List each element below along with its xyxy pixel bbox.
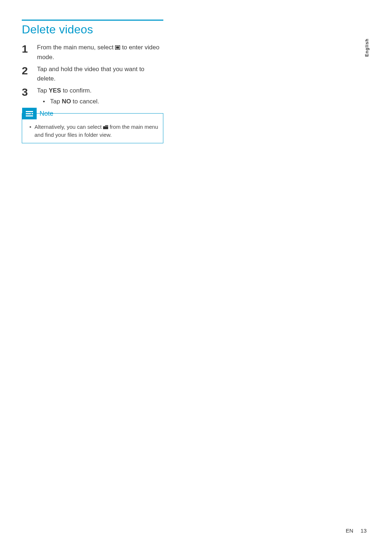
note-item: Alternatively, you can select from the m…	[29, 123, 159, 139]
footer-lang: EN	[346, 528, 353, 534]
section-title: Delete videos	[22, 23, 163, 36]
step3-sub-post: to cancel.	[71, 98, 99, 105]
steps-list: From the main menu, select to enter vide…	[22, 43, 163, 106]
folder-view-icon	[103, 123, 108, 131]
step3-sub-pre: Tap	[50, 98, 62, 105]
note-box: Note Alternatively, you can select from …	[22, 113, 163, 143]
note-body: Alternatively, you can select from the m…	[22, 123, 163, 143]
step-item-2: Tap and hold the video that you want to …	[22, 65, 163, 83]
step-item-1: From the main menu, select to enter vide…	[22, 43, 163, 62]
step2-text: Tap and hold the video that you want to …	[37, 66, 144, 82]
page-footer: EN13	[346, 528, 367, 534]
step3-no: NO	[62, 98, 71, 105]
step3-sublist: Tap NO to cancel.	[37, 97, 163, 106]
svg-rect-4	[32, 113, 33, 114]
svg-rect-3	[26, 113, 31, 114]
step3-yes: YES	[49, 87, 61, 94]
svg-rect-2	[26, 111, 33, 112]
main-content-column: Delete videos From the main menu, select…	[22, 20, 163, 143]
video-mode-icon	[115, 43, 120, 53]
step3-pre: Tap	[37, 87, 49, 94]
note-icon	[22, 108, 37, 119]
document-page: English Delete videos From the main menu…	[0, 0, 392, 554]
svg-rect-1	[116, 46, 119, 49]
svg-rect-5	[26, 115, 33, 116]
section-rule	[22, 20, 163, 21]
language-side-tab: English	[364, 36, 370, 59]
step3-post: to confirm.	[61, 87, 91, 94]
step1-pre: From the main menu, select	[37, 44, 115, 51]
footer-page-number: 13	[360, 528, 367, 534]
note-label: Note	[40, 110, 53, 118]
step3-sub-item: Tap NO to cancel.	[37, 97, 163, 106]
note-pre: Alternatively, you can select	[34, 124, 103, 130]
note-header: Note	[22, 108, 163, 119]
step-item-3: Tap YES to confirm. Tap NO to cancel.	[22, 86, 163, 106]
